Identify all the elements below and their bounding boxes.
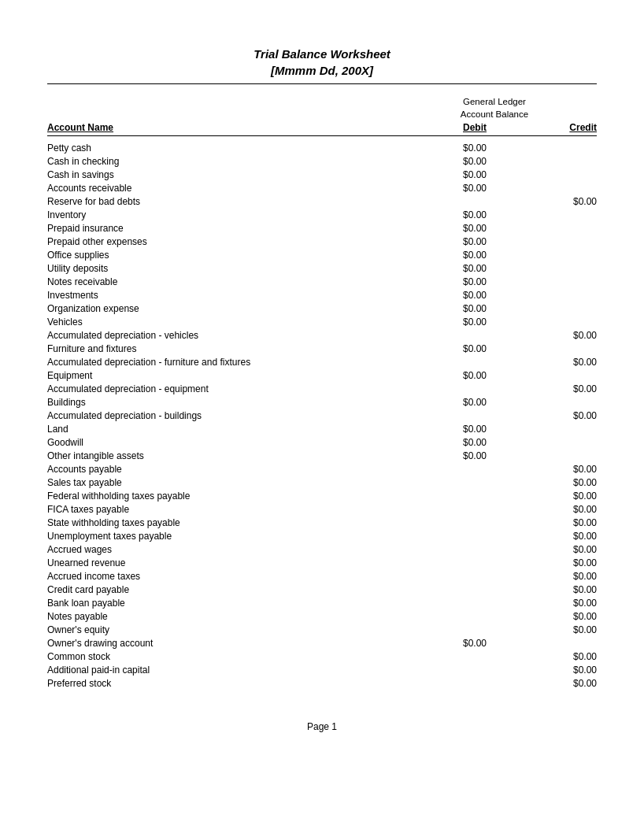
- debit-cell: [408, 410, 502, 421]
- account-name-cell: Accounts receivable: [47, 183, 408, 194]
- gl-header: General LedgerAccount Balance: [47, 95, 597, 120]
- debit-cell: $0.00: [408, 169, 502, 180]
- table-row: Goodwill$0.00: [47, 435, 597, 449]
- account-name-cell: Accumulated depreciation - buildings: [47, 410, 408, 421]
- column-headers: Account Name Debit Credit: [47, 122, 597, 136]
- table-row: Inventory$0.00: [47, 208, 597, 221]
- account-name-cell: Reserve for bad debts: [47, 196, 408, 207]
- table-row: Unemployment taxes payable$0.00: [47, 529, 597, 542]
- debit-cell: [408, 544, 502, 555]
- debit-cell: $0.00: [408, 223, 502, 234]
- debit-cell: $0.00: [408, 143, 502, 154]
- credit-cell: $0.00: [502, 665, 597, 676]
- account-name-cell: Cash in savings: [47, 169, 408, 180]
- table-row: Prepaid insurance$0.00: [47, 221, 597, 235]
- account-name-cell: Federal withholding taxes payable: [47, 491, 408, 502]
- account-name-cell: Unemployment taxes payable: [47, 531, 408, 542]
- col-debit-header: Debit: [408, 122, 502, 133]
- credit-cell: [502, 263, 597, 274]
- credit-cell: [502, 370, 597, 381]
- table-row: Utility deposits$0.00: [47, 261, 597, 275]
- credit-cell: $0.00: [502, 571, 597, 582]
- page-title: Trial Balance Worksheet: [47, 47, 597, 61]
- account-name-cell: Notes receivable: [47, 276, 408, 287]
- table-row: Investments$0.00: [47, 288, 597, 302]
- debit-cell: [408, 517, 502, 528]
- debit-cell: $0.00: [408, 236, 502, 247]
- account-name-cell: Prepaid other expenses: [47, 236, 408, 247]
- debit-cell: [408, 651, 502, 662]
- credit-cell: [502, 638, 597, 649]
- account-name-cell: Petty cash: [47, 143, 408, 154]
- table-row: Notes receivable$0.00: [47, 275, 597, 288]
- debit-cell: $0.00: [408, 424, 502, 435]
- page-footer: Page 1: [47, 721, 597, 732]
- table-body: Petty cash$0.00Cash in checking$0.00Cash…: [47, 141, 597, 690]
- table-row: Equipment$0.00: [47, 368, 597, 382]
- debit-cell: [408, 531, 502, 542]
- debit-cell: $0.00: [408, 183, 502, 194]
- table-row: Petty cash$0.00: [47, 141, 597, 154]
- table-row: Bank loan payable$0.00: [47, 596, 597, 609]
- debit-cell: $0.00: [408, 638, 502, 649]
- credit-cell: $0.00: [502, 611, 597, 622]
- debit-cell: [408, 504, 502, 515]
- debit-cell: $0.00: [408, 450, 502, 461]
- debit-cell: $0.00: [408, 156, 502, 167]
- account-name-cell: Equipment: [47, 370, 408, 381]
- account-name-cell: State withholding taxes payable: [47, 517, 408, 528]
- credit-cell: [502, 450, 597, 461]
- credit-cell: [502, 276, 597, 287]
- account-name-cell: Inventory: [47, 209, 408, 220]
- account-name-cell: Owner's drawing account: [47, 638, 408, 649]
- table-row: Other intangible assets$0.00: [47, 449, 597, 462]
- account-name-cell: Organization expense: [47, 303, 408, 314]
- debit-cell: $0.00: [408, 263, 502, 274]
- debit-cell: [408, 464, 502, 475]
- account-name-cell: Accrued income taxes: [47, 571, 408, 582]
- credit-cell: [502, 250, 597, 261]
- table-row: State withholding taxes payable$0.00: [47, 516, 597, 529]
- credit-cell: $0.00: [502, 491, 597, 502]
- account-name-cell: Accumulated depreciation - vehicles: [47, 330, 408, 341]
- credit-cell: $0.00: [502, 584, 597, 595]
- account-name-cell: FICA taxes payable: [47, 504, 408, 515]
- table-row: Accrued income taxes$0.00: [47, 569, 597, 583]
- credit-cell: [502, 156, 597, 167]
- account-name-cell: Buildings: [47, 397, 408, 408]
- debit-cell: $0.00: [408, 290, 502, 301]
- debit-cell: [408, 383, 502, 394]
- table-row: Land$0.00: [47, 422, 597, 435]
- table-row: Accumulated depreciation - buildings$0.0…: [47, 409, 597, 422]
- debit-cell: $0.00: [408, 209, 502, 220]
- debit-cell: [408, 665, 502, 676]
- debit-cell: [408, 611, 502, 622]
- account-name-cell: Notes payable: [47, 611, 408, 622]
- table-row: Cash in savings$0.00: [47, 168, 597, 181]
- account-name-cell: Office supplies: [47, 250, 408, 261]
- credit-cell: [502, 317, 597, 328]
- debit-cell: [408, 196, 502, 207]
- credit-cell: [502, 209, 597, 220]
- debit-cell: [408, 598, 502, 609]
- credit-cell: $0.00: [502, 544, 597, 555]
- credit-cell: [502, 437, 597, 448]
- col-credit-header: Credit: [502, 122, 597, 133]
- account-name-cell: Preferred stock: [47, 678, 408, 689]
- table-row: Office supplies$0.00: [47, 248, 597, 261]
- account-name-cell: Investments: [47, 290, 408, 301]
- debit-cell: $0.00: [408, 250, 502, 261]
- credit-cell: $0.00: [502, 330, 597, 341]
- debit-cell: [408, 357, 502, 368]
- account-name-cell: Furniture and fixtures: [47, 343, 408, 354]
- debit-cell: $0.00: [408, 303, 502, 314]
- credit-cell: [502, 303, 597, 314]
- debit-cell: [408, 491, 502, 502]
- credit-cell: $0.00: [502, 517, 597, 528]
- credit-cell: $0.00: [502, 464, 597, 475]
- table-row: Vehicles$0.00: [47, 315, 597, 328]
- account-name-cell: Accumulated depreciation - equipment: [47, 383, 408, 394]
- table-row: Reserve for bad debts$0.00: [47, 194, 597, 208]
- credit-cell: $0.00: [502, 196, 597, 207]
- col-account-header: Account Name: [47, 122, 408, 133]
